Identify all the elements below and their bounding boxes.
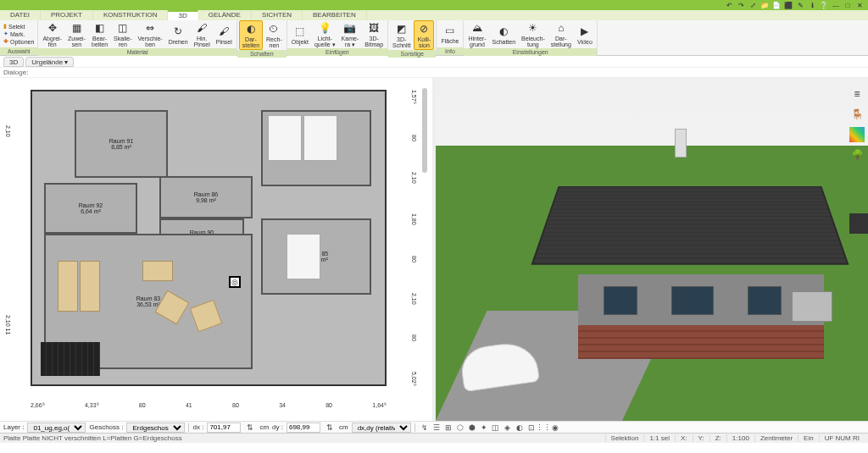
room[interactable]: Raum 926,64 m²: [44, 183, 137, 234]
coord-tool-icon[interactable]: ◉: [549, 423, 561, 433]
tool-flaeche[interactable]: ▭Fläche: [438, 23, 461, 45]
minimize-icon[interactable]: —: [831, 1, 841, 9]
tool-hin-pinsel[interactable]: 🖌Hin. Pinsel: [192, 20, 213, 48]
tool-label: Hinter- grund: [468, 36, 486, 47]
coord-tool-icon[interactable]: ↯: [419, 423, 431, 433]
group-auswahl: ▮Selekt ✦Mark. ✚Optionen Auswahl: [0, 20, 38, 55]
tool-verschieben[interactable]: ⇔Verschie- ben: [136, 20, 165, 48]
undo-icon[interactable]: ↶: [724, 1, 734, 9]
redo-icon[interactable]: ↷: [736, 1, 746, 9]
status-y: Y:: [693, 434, 709, 442]
tool-drehen[interactable]: ↻Drehen: [166, 24, 191, 46]
layers-icon[interactable]: ≡: [849, 86, 865, 102]
dim-label: 2,10: [410, 172, 417, 184]
tool-kamera[interactable]: 📷Kame- ra ▾: [339, 20, 362, 48]
mode-select[interactable]: dx,dy (relativ ka: [352, 423, 411, 433]
tab-konstruktion[interactable]: KONSTRUKTION: [93, 10, 169, 20]
tool-3d-bitmap[interactable]: 🖼3D- Bitmap: [362, 20, 386, 48]
edit-icon[interactable]: ✎: [795, 1, 805, 9]
bed[interactable]: [287, 234, 320, 279]
status-message: Platte Platte NICHT verschnitten L=Platt…: [3, 434, 182, 442]
stepper-icon[interactable]: ⇅: [324, 423, 336, 433]
solar-panel[interactable]: [41, 342, 100, 376]
open-icon[interactable]: 📁: [760, 1, 770, 9]
kitchen-unit[interactable]: [80, 261, 100, 312]
target-marker[interactable]: ◎: [229, 276, 241, 288]
plants-icon[interactable]: 🌳: [849, 147, 865, 163]
tool-zuweisen[interactable]: ▦Zuwei- sen: [65, 20, 88, 48]
help-icon[interactable]: ❔: [819, 1, 829, 9]
maximize-icon[interactable]: □: [843, 1, 853, 9]
coord-tool-icon[interactable]: ⊞: [442, 423, 454, 433]
colors-icon[interactable]: ▦: [849, 127, 865, 142]
chevron-down-icon[interactable]: ▾: [64, 58, 68, 66]
tool-lichtquelle[interactable]: 💡Licht- quelle ▾: [312, 20, 338, 48]
3d-view[interactable]: ≡ 🪑 ▦ 🌳 ≡: [432, 78, 868, 421]
3d-scene[interactable]: [436, 78, 868, 421]
tool-bearbeiten[interactable]: ◧Bear- beiten: [89, 20, 110, 48]
tool-hintergrund[interactable]: ⛰Hinter- grund: [465, 20, 488, 48]
tab-datei[interactable]: DATEI: [0, 10, 41, 20]
layer-select[interactable]: 01_ug,eg,o(: [27, 423, 86, 433]
subtab-urgelaende[interactable]: Urgelände ▾: [25, 57, 74, 67]
geschoss-select[interactable]: Erdgeschos: [126, 423, 185, 433]
kitchen-unit[interactable]: [58, 261, 78, 312]
dy-input[interactable]: [287, 423, 320, 433]
tool-rechnen[interactable]: ⏲Rech- nen: [264, 21, 285, 49]
group-einfuegen: ⬚Objekt💡Licht- quelle ▾📷Kame- ra ▾🖼3D- B…: [287, 20, 388, 55]
tab-projekt[interactable]: PROJEKT: [41, 10, 93, 20]
new-icon[interactable]: 📄: [771, 1, 782, 9]
info-icon[interactable]: ℹ: [807, 1, 817, 9]
coord-tool-icon[interactable]: ⋮⋮: [537, 423, 549, 433]
tool-label: Kolli- sion: [418, 36, 431, 48]
expand-panel-button[interactable]: ≡: [849, 213, 868, 234]
tab-bearbeiten[interactable]: BEARBEITEN: [303, 10, 367, 20]
coord-tool-icon[interactable]: ◐: [514, 423, 526, 433]
floorplan[interactable]: Raum 918,85 m²Raum 926,64 m²Raum 869,98 …: [31, 90, 387, 386]
room[interactable]: Raum 918,85 m²: [75, 110, 168, 178]
tool-abgreifen[interactable]: ✥Abgrei- fen: [40, 20, 64, 48]
optionen-button[interactable]: ✚Optionen: [2, 38, 36, 45]
window: [671, 286, 714, 315]
sofa[interactable]: [142, 261, 173, 281]
subtab-3d[interactable]: 3D: [3, 57, 24, 67]
dim-label: 80: [410, 135, 417, 141]
coord-tool-icon[interactable]: ☰: [431, 423, 442, 433]
tab-sichten[interactable]: SICHTEN: [252, 10, 303, 20]
dx-input[interactable]: [207, 423, 241, 433]
bed[interactable]: [303, 115, 337, 161]
expand-icon[interactable]: ⤢: [748, 1, 758, 9]
square-icon[interactable]: ⬛: [783, 1, 793, 9]
stepper-icon[interactable]: ⇅: [244, 423, 256, 433]
tool-beleuchtung[interactable]: ☀Beleuch- tung: [519, 20, 548, 48]
chimney: [675, 129, 687, 157]
dim-label: 41: [186, 402, 192, 409]
tool-pinsel[interactable]: 🖌Pinsel: [214, 24, 235, 46]
schatten2-icon: ◐: [497, 25, 510, 38]
room[interactable]: Raum 869,98 m²: [159, 176, 253, 218]
furniture-icon[interactable]: 🪑: [849, 107, 865, 122]
2d-view[interactable]: Raum 918,85 m²Raum 926,64 m²Raum 869,98 …: [0, 78, 432, 421]
tool-3d-schnitt[interactable]: ◩3D- Schnitt: [390, 21, 413, 49]
tool-skalieren[interactable]: ◫Skalie- ren: [111, 20, 134, 48]
coord-tool-icon[interactable]: ◫: [490, 423, 502, 433]
hintergrund-icon: ⛰: [470, 21, 484, 35]
coord-tool-icon[interactable]: ⬢: [466, 423, 478, 433]
coord-tool-icon[interactable]: ◈: [502, 423, 514, 433]
objekt-icon: ⬚: [293, 25, 307, 38]
tool-darstellen[interactable]: ◐Dar- stellen: [239, 20, 263, 50]
tab-gelaende[interactable]: GELÄNDE: [198, 10, 252, 20]
mark-button[interactable]: ✦Mark.: [2, 30, 36, 37]
close-icon[interactable]: ✕: [854, 1, 865, 9]
bed[interactable]: [268, 115, 302, 161]
tool-kollision[interactable]: ⊘Kolli- sion: [414, 20, 434, 50]
coord-tool-icon[interactable]: ✦: [478, 423, 490, 433]
scrollbar[interactable]: [422, 88, 427, 173]
tool-schatten2[interactable]: ◐Schatten: [489, 24, 518, 46]
tab-3d[interactable]: 3D: [168, 10, 198, 20]
tool-darstellung[interactable]: ⌂Dar- stellung: [548, 20, 574, 48]
coord-tool-icon[interactable]: ⬡: [454, 423, 466, 433]
tool-objekt[interactable]: ⬚Objekt: [289, 24, 311, 46]
selekt-button[interactable]: ▮Selekt: [2, 23, 36, 30]
tool-video[interactable]: ▶Video: [575, 24, 595, 46]
